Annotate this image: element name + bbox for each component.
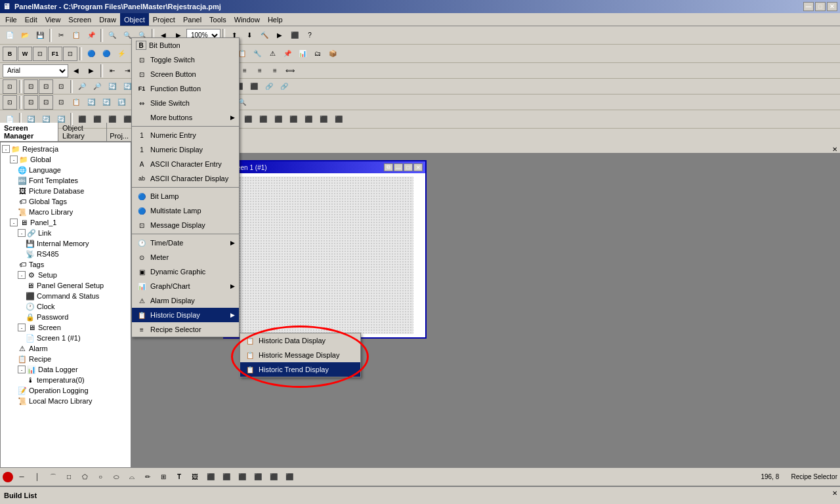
close-build-icon[interactable]: ✕ xyxy=(832,490,837,497)
menu-help[interactable]: Help xyxy=(264,13,287,26)
menu-recipe-selector[interactable]: ≡ Recipe Selector xyxy=(132,322,239,337)
btn-draw-img[interactable]: 🖼 xyxy=(188,470,202,484)
menu-dynamic-graphic[interactable]: ▣ Dynamic Graphic xyxy=(132,264,239,279)
font-select[interactable]: Arial xyxy=(3,64,68,77)
tree-item-data-logger[interactable]: - 📊 Data Logger xyxy=(2,364,129,375)
btn-draw-rect[interactable]: □ xyxy=(62,470,76,484)
btn-download[interactable]: ⬇ xyxy=(242,28,257,43)
btn-copy[interactable]: 📋 xyxy=(69,28,83,43)
btn-draw-s3[interactable]: ⬛ xyxy=(235,470,249,484)
menu-edit[interactable]: Edit xyxy=(21,13,41,26)
menu-screen-button[interactable]: ⊡ Screen Button xyxy=(132,67,239,81)
btn-obj17[interactable]: 🔧 xyxy=(250,47,264,61)
btn-obj4[interactable]: F1 xyxy=(48,47,62,61)
menu-historic-display[interactable]: 📋 Historic Display ▶ xyxy=(132,308,239,322)
btn-screen16[interactable]: ⬛ xyxy=(247,79,261,94)
btn-obj1[interactable]: B xyxy=(3,47,17,61)
tree-item-font-templates[interactable]: 🔤 Font Templates xyxy=(2,175,129,186)
expander[interactable]: - xyxy=(10,156,18,163)
btn-draw-select[interactable] xyxy=(3,472,13,482)
menu-slide-switch[interactable]: ⇔ Slide Switch xyxy=(132,96,239,110)
btn-obj19[interactable]: 📌 xyxy=(280,47,295,61)
expander[interactable]: - xyxy=(18,324,26,331)
btn-draw2[interactable]: ⊡ xyxy=(24,95,38,110)
tree-item-picture-database[interactable]: 🖼 Picture Database xyxy=(2,186,129,196)
tree-item-language[interactable]: 🌐 Language xyxy=(2,165,129,175)
menu-numeric-entry[interactable]: 1 Numeric Entry xyxy=(132,128,239,142)
expander[interactable]: - xyxy=(18,366,26,373)
btn-draw5[interactable]: 📋 xyxy=(69,95,83,110)
btn-s21[interactable]: ⬛ xyxy=(316,112,331,127)
btn-font-small[interactable]: ◀ xyxy=(69,64,83,78)
btn-font-large[interactable]: ▶ xyxy=(84,64,98,78)
menu-ascii-char-display[interactable]: ab ASCII Character Display xyxy=(132,171,239,186)
expander[interactable]: - xyxy=(2,145,10,153)
btn-screen2[interactable]: ⊡ xyxy=(24,79,38,94)
btn-draw-grid[interactable]: ⊞ xyxy=(156,470,171,484)
tree-item-panel-general-setup[interactable]: 🖥 Panel General Setup xyxy=(2,280,129,291)
tree-item-macro-library[interactable]: 📜 Macro Library xyxy=(2,207,129,217)
menu-panel[interactable]: Panel xyxy=(179,13,205,26)
btn-new[interactable]: 📄 xyxy=(3,28,17,43)
btn-draw-s5[interactable]: ⬛ xyxy=(266,470,281,484)
close-tab-btn[interactable]: ✕ xyxy=(832,146,840,153)
btn-obj22[interactable]: 📦 xyxy=(326,47,340,61)
menu-object[interactable]: Object xyxy=(120,13,149,26)
close-button[interactable]: ✕ xyxy=(827,2,837,11)
tree-item-command-status[interactable]: ⬛ Command & Status xyxy=(2,291,129,301)
tree-item-password[interactable]: 🔒 Password xyxy=(2,312,129,322)
menu-alarm-display[interactable]: ⚠ Alarm Display xyxy=(132,293,239,308)
menu-multistate-lamp[interactable]: 🔵 Multistate Lamp xyxy=(132,203,239,218)
menu-meter[interactable]: ⊙ Meter xyxy=(132,250,239,264)
btn-draw6[interactable]: 🔄 xyxy=(84,95,98,110)
btn-draw4[interactable]: ⊡ xyxy=(54,95,68,110)
tree-item-operation-logging[interactable]: 📝 Operation Logging xyxy=(2,385,129,396)
tree-item-rs485[interactable]: 📡 RS485 xyxy=(2,249,129,259)
menu-graph-chart[interactable]: 📊 Graph/Chart ▶ xyxy=(132,279,239,293)
btn-draw-bezier[interactable]: ⌒ xyxy=(46,470,60,484)
tree-item-screen1[interactable]: 📄 Screen 1 (#1) xyxy=(2,333,129,343)
menu-tools[interactable]: Tools xyxy=(205,13,230,26)
btn-screen6[interactable]: 🔎 xyxy=(90,79,104,94)
menu-draw[interactable]: Draw xyxy=(95,13,120,26)
btn-s16[interactable]: ⬛ xyxy=(241,112,255,127)
btn-cut[interactable]: ✂ xyxy=(54,28,68,43)
menu-time-date[interactable]: 🕐 Time/Date ▶ xyxy=(132,236,239,250)
tree-item-recipe[interactable]: 📋 Recipe xyxy=(2,354,129,364)
btn-align5[interactable]: ≡ xyxy=(238,64,252,78)
menu-bit-button[interactable]: B Bit Button xyxy=(132,38,239,52)
menu-window[interactable]: Window xyxy=(230,13,264,26)
menu-historic-trend-display[interactable]: 📋 Historic Trend Display xyxy=(240,362,360,377)
btn-s18[interactable]: ⬛ xyxy=(271,112,285,127)
btn-align-left[interactable]: ⇤ xyxy=(105,64,119,78)
tree-item-local-macro-library[interactable]: 📜 Local Macro Library xyxy=(2,396,129,406)
btn-open[interactable]: 📂 xyxy=(18,28,32,43)
menu-project[interactable]: Project xyxy=(149,13,179,26)
tree-item-rejestracja[interactable]: - 📁 Rejestracja xyxy=(2,144,129,154)
btn-s19[interactable]: ⬛ xyxy=(286,112,301,127)
btn-screen7[interactable]: 🔄 xyxy=(105,79,119,94)
btn-help2[interactable]: ? xyxy=(303,28,317,43)
btn-screen3[interactable]: ⊡ xyxy=(39,79,53,94)
btn-draw-line[interactable]: ─ xyxy=(14,470,29,484)
minimize-button[interactable]: — xyxy=(803,2,814,11)
btn-draw-text[interactable]: T xyxy=(172,470,186,484)
btn-screen17[interactable]: 🔗 xyxy=(262,79,276,94)
menu-view[interactable]: View xyxy=(41,13,65,26)
screen-min-btn[interactable]: — xyxy=(394,163,403,171)
btn-obj7[interactable]: 🔵 xyxy=(99,47,114,61)
tree-item-temperatura[interactable]: 🌡 temperatura(0) xyxy=(2,375,129,385)
menu-ascii-char-entry[interactable]: A ASCII Character Entry xyxy=(132,157,239,171)
tree-item-setup[interactable]: - ⚙ Setup xyxy=(2,270,129,280)
btn-obj21[interactable]: 🗂 xyxy=(310,47,325,61)
btn-draw3[interactable]: ⊡ xyxy=(39,95,53,110)
menu-more-buttons[interactable]: More buttons ▶ xyxy=(132,110,239,125)
expander[interactable]: - xyxy=(18,229,26,237)
btn-align8[interactable]: ⟺ xyxy=(283,64,297,78)
menu-bit-lamp[interactable]: 🔵 Bit Lamp xyxy=(132,189,239,203)
btn-align7[interactable]: ≡ xyxy=(268,64,282,78)
btn-screen18[interactable]: 🔗 xyxy=(277,79,291,94)
tree-item-tags[interactable]: 🏷 Tags xyxy=(2,259,129,270)
btn-s7[interactable]: ⬛ xyxy=(105,112,119,127)
menu-file[interactable]: File xyxy=(1,13,21,26)
